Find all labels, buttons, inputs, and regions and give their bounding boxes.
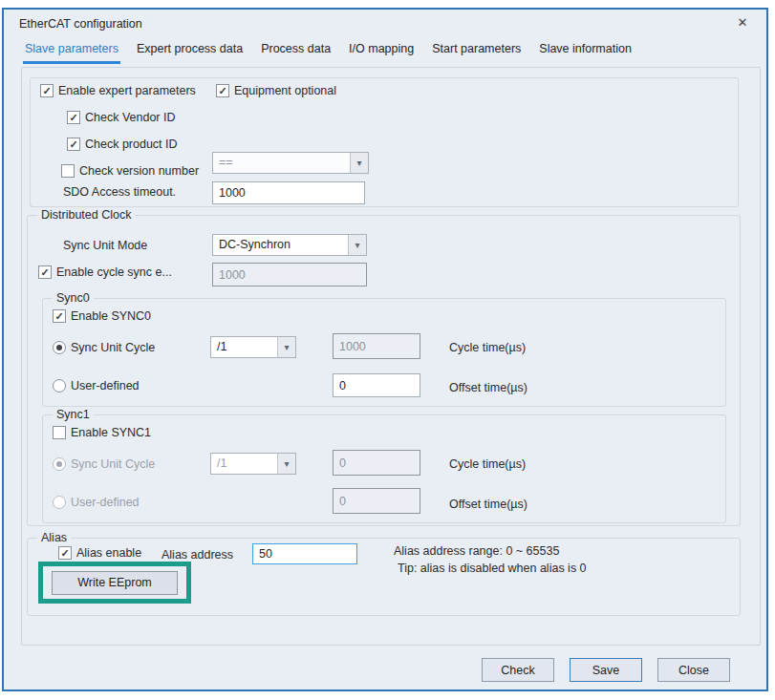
sync0-sync-unit-cycle-radio[interactable]: Sync Unit Cycle — [53, 341, 155, 354]
radio-selected-disabled — [53, 457, 66, 471]
distributed-clock-group: Distributed Clock Sync Unit Mode DC-Sync… — [27, 215, 741, 526]
write-eeprom-button[interactable]: Write EEprom — [52, 571, 178, 595]
sdo-access-timeout-input[interactable] — [212, 181, 365, 204]
sync1-divider-dropdown: /1 ▾ — [210, 453, 296, 475]
check-vendor-id-checkbox[interactable]: ✓ Check Vendor ID — [67, 111, 176, 124]
check-icon: ✓ — [42, 86, 51, 96]
sync1-cycle-time-input — [333, 450, 420, 476]
tab-slave-parameters[interactable]: Slave parameters — [23, 38, 120, 64]
distributed-clock-title: Distributed Clock — [37, 208, 135, 222]
save-button[interactable]: Save — [570, 658, 642, 682]
checkbox-unchecked — [61, 164, 75, 178]
checkbox-checked: ✓ — [67, 111, 80, 124]
content-panel: ✓ Enable expert parameters ✓ Equipment o… — [21, 67, 761, 646]
title-bar: EtherCAT configuration ✕ — [4, 10, 766, 38]
enable-sync0-checkbox[interactable]: ✓ Enable SYNC0 — [53, 309, 151, 323]
tab-start-parameters[interactable]: Start parameters — [430, 38, 523, 61]
check-icon: ✓ — [60, 548, 69, 559]
version-operator-dropdown[interactable]: == ▾ — [212, 152, 369, 174]
checkbox-unchecked — [53, 426, 66, 439]
alias-address-label: Alias address — [161, 548, 233, 562]
close-button[interactable]: Close — [657, 658, 730, 682]
check-icon: ✓ — [218, 86, 226, 96]
enable-expert-parameters-checkbox[interactable]: ✓ Enable expert parameters — [40, 84, 196, 97]
checkbox-checked: ✓ — [58, 546, 72, 560]
radio-unselected — [53, 379, 66, 392]
sync0-user-defined-radio[interactable]: User-defined — [53, 379, 140, 392]
sync1-group: Sync1 Enable SYNC1 Sync Unit Cycle /1 ▾ … — [42, 414, 726, 523]
alias-enable-checkbox[interactable]: ✓ Alias enable — [58, 546, 141, 560]
footer-buttons: Check Save Close — [482, 658, 730, 682]
sync0-cycle-time-label: Cycle time(µs) — [449, 341, 526, 354]
tab-expert-process-data[interactable]: Expert process data — [135, 38, 245, 61]
sync-unit-mode-dropdown[interactable]: DC-Synchron ▾ — [212, 234, 367, 256]
sync0-title: Sync0 — [53, 291, 94, 305]
checkbox-checked: ✓ — [40, 84, 54, 97]
alias-range-note: Alias address range: 0 ~ 65535 — [394, 544, 559, 558]
sync0-offset-time-label: Offset time(µs) — [449, 381, 527, 394]
alias-group: Alias ✓ Alias enable Alias address Write… — [27, 538, 741, 616]
check-icon: ✓ — [40, 267, 49, 278]
tab-slave-information[interactable]: Slave information — [537, 38, 634, 61]
radio-selected — [53, 341, 66, 354]
enable-sync1-checkbox[interactable]: Enable SYNC1 — [53, 426, 151, 439]
check-version-number-checkbox[interactable]: Check version number — [61, 164, 199, 178]
radio-unselected-disabled — [53, 496, 66, 509]
checkbox-checked: ✓ — [216, 84, 229, 97]
sync1-offset-time-label: Offset time(µs) — [449, 498, 527, 511]
checkbox-checked: ✓ — [53, 309, 66, 323]
chevron-down-icon: ▾ — [350, 153, 368, 173]
tab-io-mapping[interactable]: I/O mapping — [347, 38, 416, 61]
write-eeprom-highlight: Write EEprom — [38, 562, 191, 604]
chevron-down-icon: ▾ — [348, 235, 366, 255]
window-title: EtherCAT configuration — [19, 17, 142, 31]
alias-tip-note: Tip: alias is disabled when alias is 0 — [398, 562, 587, 575]
checkbox-checked: ✓ — [67, 138, 80, 151]
sync1-title: Sync1 — [53, 408, 94, 421]
close-icon[interactable]: ✕ — [732, 10, 753, 38]
sync1-sync-unit-cycle-radio: Sync Unit Cycle — [53, 457, 155, 471]
check-button[interactable]: Check — [482, 658, 554, 682]
enable-cycle-sync-checkbox[interactable]: ✓ Enable cycle sync e... — [38, 265, 172, 279]
ethercat-configuration-dialog: EtherCAT configuration ✕ Slave parameter… — [2, 8, 768, 691]
checkbox-checked: ✓ — [38, 265, 52, 279]
expert-parameters-group: ✓ Enable expert parameters ✓ Equipment o… — [30, 77, 739, 207]
equipment-optional-checkbox[interactable]: ✓ Equipment optional — [216, 84, 336, 97]
sync1-user-defined-radio: User-defined — [53, 496, 140, 509]
chevron-down-icon: ▾ — [277, 454, 295, 474]
tab-process-data[interactable]: Process data — [259, 38, 333, 61]
alias-title: Alias — [37, 531, 71, 544]
check-product-id-checkbox[interactable]: ✓ Check product ID — [67, 138, 178, 151]
check-icon: ✓ — [69, 139, 77, 150]
sync0-group: Sync0 ✓ Enable SYNC0 Sync Unit Cycle /1 … — [42, 298, 726, 407]
chevron-down-icon: ▾ — [277, 337, 295, 357]
check-icon: ✓ — [54, 311, 63, 322]
sync0-divider-dropdown[interactable]: /1 ▾ — [210, 336, 296, 358]
sync0-cycle-time-input — [333, 333, 420, 359]
sync0-offset-time-input[interactable] — [333, 373, 420, 397]
sync1-cycle-time-label: Cycle time(µs) — [449, 457, 526, 471]
tab-bar: Slave parameters Expert process data Pro… — [4, 38, 766, 65]
sdo-access-timeout-label: SDO Access timeout. — [63, 185, 176, 199]
sync1-offset-time-input — [333, 488, 420, 514]
sync-unit-mode-label: Sync Unit Mode — [63, 239, 147, 252]
cycle-sync-input — [212, 263, 367, 286]
check-icon: ✓ — [69, 113, 77, 123]
alias-address-input[interactable] — [252, 543, 357, 564]
